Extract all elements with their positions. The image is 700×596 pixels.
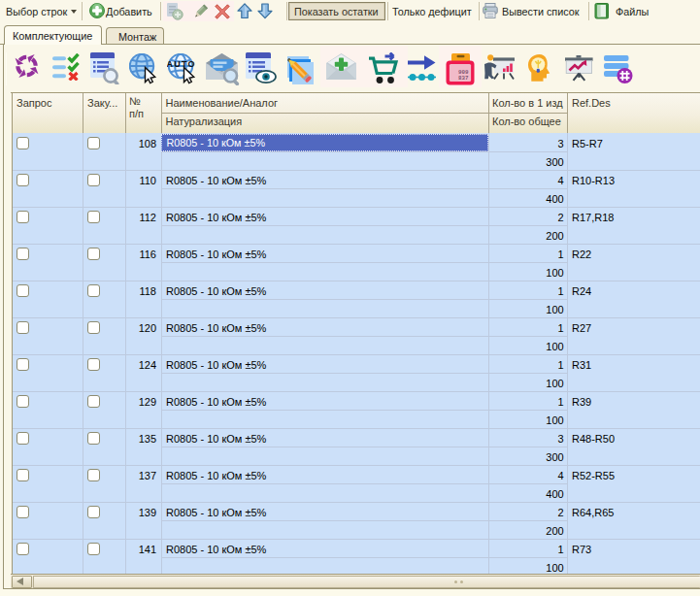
svg-text:AUTO: AUTO <box>167 59 195 69</box>
svg-text:837: 837 <box>458 75 469 82</box>
